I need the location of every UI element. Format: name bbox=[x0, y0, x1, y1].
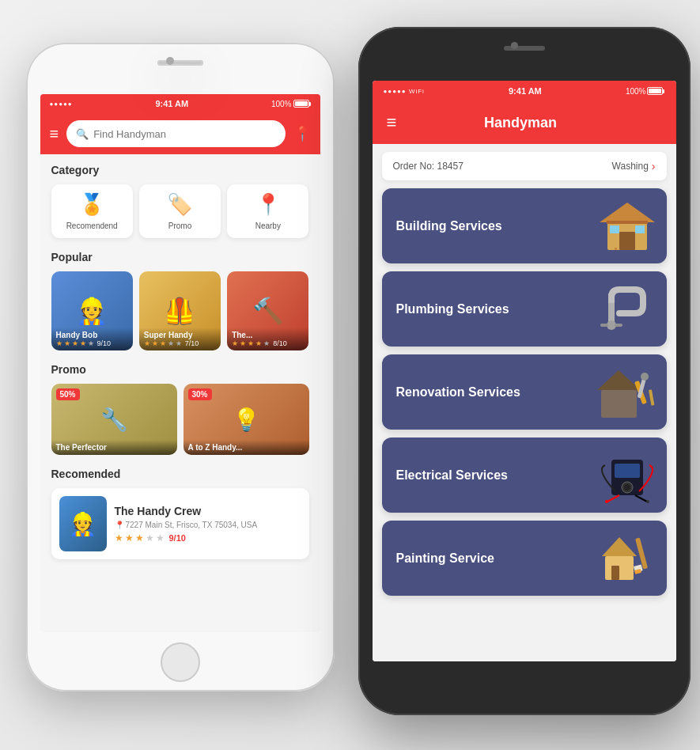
svg-line-21 bbox=[635, 495, 647, 502]
category-title: Category bbox=[51, 164, 309, 176]
promo-badge-1: 50% bbox=[56, 388, 80, 400]
service-card-renovation[interactable]: Renovation Services bbox=[382, 354, 667, 430]
promo-section-title: Promo bbox=[51, 363, 309, 376]
popular-title: Popular bbox=[51, 251, 309, 263]
category-card-promo[interactable]: 🏷️ Promo bbox=[139, 184, 221, 238]
popular-name-3: The... bbox=[232, 331, 304, 339]
order-number: Order No: 18457 bbox=[393, 161, 464, 172]
painting-service-image bbox=[588, 521, 667, 596]
popular-overlay-3: The... ★★★★★ 8/10 bbox=[227, 328, 308, 350]
menu-icon-black[interactable]: ≡ bbox=[387, 112, 397, 133]
score-1: 9/10 bbox=[97, 339, 112, 347]
popular-overlay-2: Super Handy ★★★★★ 7/10 bbox=[139, 328, 221, 350]
promo-name-1: The Perfector bbox=[56, 443, 172, 452]
order-bar[interactable]: Order No: 18457 Washing › bbox=[382, 152, 667, 180]
service-card-plumbing[interactable]: Plumbing Services bbox=[382, 271, 667, 347]
svg-rect-8 bbox=[608, 294, 615, 303]
svg-marker-1 bbox=[600, 203, 655, 222]
status-bar-white: ●●●●● 9:41 AM 100% bbox=[40, 94, 320, 113]
nearby-label: Nearby bbox=[255, 222, 281, 230]
popular-card-3[interactable]: 🔨 The... ★★★★★ 8/10 bbox=[227, 271, 308, 350]
renovation-services-label: Renovation Services bbox=[382, 385, 588, 400]
popular-card-1[interactable]: 👷 Handy Bob ★★★★★ 9/10 bbox=[51, 271, 133, 350]
promo-name-2: A to Z Handy... bbox=[188, 443, 305, 452]
recommended-card[interactable]: 👷 The Handy Crew 📍 7227 Main St, Frisco,… bbox=[51, 488, 309, 559]
status-bar-black: ●●●●● WiFi 9:41 AM 100% bbox=[373, 81, 676, 101]
promo-overlay-2: A to Z Handy... bbox=[184, 440, 309, 455]
order-right: Washing › bbox=[612, 160, 656, 172]
recommended-title: Recomended bbox=[51, 468, 309, 480]
black-content: Order No: 18457 Washing › Building Servi… bbox=[373, 144, 676, 661]
recommended-icon: 🏅 bbox=[79, 192, 104, 217]
star-row-3: ★★★★★ 8/10 bbox=[232, 339, 304, 347]
promo-row: 🔧 50% The Perfector 💡 30% A to Z bbox=[51, 384, 309, 455]
popular-name-1: Handy Bob bbox=[56, 331, 128, 339]
recommended-stars: ★ ★ ★ ★ ★ 9/10 bbox=[115, 532, 301, 544]
svg-point-22 bbox=[646, 500, 649, 503]
category-card-recommended[interactable]: 🏅 Recomendend bbox=[51, 184, 133, 238]
svg-rect-5 bbox=[607, 221, 648, 224]
time-white: 9:41 AM bbox=[155, 99, 188, 108]
toolbar-black: ≡ Handyman bbox=[373, 101, 676, 144]
recommended-avatar: 👷 bbox=[59, 496, 107, 551]
toolbar-white: ≡ 🔍 📍 bbox=[40, 113, 320, 154]
phone-white: ●●●●● 9:41 AM 100% ≡ 🔍 bbox=[26, 43, 335, 691]
star-row-2: ★★★★★ 7/10 bbox=[144, 339, 216, 347]
service-card-painting[interactable]: Painting Service bbox=[382, 521, 667, 596]
svg-point-13 bbox=[641, 373, 649, 381]
phones-container: ●●●●● 9:41 AM 100% ≡ 🔍 bbox=[10, 11, 691, 739]
time-black: 9:41 AM bbox=[509, 86, 542, 96]
promo-card-1[interactable]: 🔧 50% The Perfector bbox=[51, 384, 177, 455]
promo-icon: 🏷️ bbox=[167, 192, 192, 217]
svg-rect-2 bbox=[619, 232, 635, 250]
svg-rect-4 bbox=[635, 225, 645, 233]
popular-name-2: Super Handy bbox=[144, 331, 216, 339]
order-chevron-icon: › bbox=[652, 160, 656, 172]
svg-rect-6 bbox=[615, 248, 617, 250]
svg-marker-10 bbox=[597, 370, 641, 390]
service-card-building[interactable]: Building Services bbox=[382, 188, 667, 263]
svg-point-18 bbox=[624, 484, 630, 491]
promo-label: Promo bbox=[168, 222, 191, 230]
svg-line-19 bbox=[607, 495, 619, 502]
score-3: 8/10 bbox=[273, 339, 287, 347]
address-pin-icon: 📍 bbox=[115, 521, 124, 529]
menu-icon-white[interactable]: ≡ bbox=[50, 125, 59, 143]
search-bar[interactable]: 🔍 bbox=[66, 120, 285, 147]
popular-card-2[interactable]: 🦺 Super Handy ★★★★★ 7/10 bbox=[139, 271, 221, 350]
recommended-label: Recomendend bbox=[66, 222, 118, 230]
painting-service-label: Painting Service bbox=[382, 551, 588, 566]
recommended-score: 9/10 bbox=[169, 533, 186, 543]
signal-dots-black: ●●●●● WiFi bbox=[384, 88, 425, 95]
service-card-electrical[interactable]: Electrical Services bbox=[382, 438, 667, 513]
star-row-1: ★★★★★ 9/10 bbox=[56, 339, 128, 347]
promo-card-2[interactable]: 💡 30% A to Z Handy... bbox=[184, 384, 309, 455]
phone-screen-black: ●●●●● WiFi 9:41 AM 100% ≡ Handyman bbox=[373, 81, 676, 661]
phone-black: ●●●●● WiFi 9:41 AM 100% ≡ Handyman bbox=[358, 27, 691, 715]
search-input[interactable] bbox=[93, 128, 275, 140]
popular-overlay-1: Handy Bob ★★★★★ 9/10 bbox=[51, 328, 133, 350]
svg-rect-16 bbox=[615, 464, 640, 478]
location-icon[interactable]: 📍 bbox=[293, 125, 311, 142]
recommended-address: 📍 7227 Main St, Frisco, TX 75034, USA bbox=[115, 521, 301, 529]
recommended-info: The Handy Crew 📍 7227 Main St, Frisco, T… bbox=[115, 505, 301, 544]
battery-white: 100% bbox=[271, 100, 311, 108]
building-services-image bbox=[588, 188, 667, 263]
building-services-label: Building Services bbox=[382, 219, 588, 233]
category-card-nearby[interactable]: 📍 Nearby bbox=[227, 184, 308, 238]
signal-dots: ●●●●● bbox=[50, 100, 73, 108]
search-icon: 🔍 bbox=[76, 128, 89, 140]
promo-badge-2: 30% bbox=[188, 388, 212, 400]
svg-rect-3 bbox=[610, 225, 619, 233]
svg-point-20 bbox=[605, 500, 608, 503]
category-row: 🏅 Recomendend 🏷️ Promo 📍 Nearby bbox=[51, 184, 309, 238]
renovation-services-image bbox=[588, 354, 667, 430]
svg-rect-25 bbox=[611, 566, 619, 580]
nearby-icon: 📍 bbox=[255, 192, 281, 217]
app-title: Handyman bbox=[484, 115, 557, 131]
svg-marker-24 bbox=[602, 537, 637, 556]
recommended-name: The Handy Crew bbox=[115, 505, 301, 517]
order-action: Washing bbox=[612, 161, 649, 172]
popular-row: 👷 Handy Bob ★★★★★ 9/10 🦺 bbox=[51, 271, 309, 350]
svg-rect-9 bbox=[601, 390, 637, 418]
